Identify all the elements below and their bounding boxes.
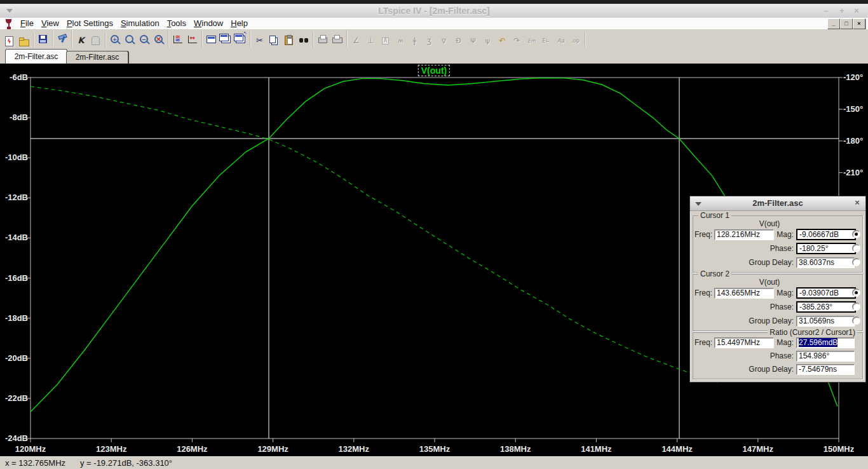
title-bar[interactable]: LTspice IV - [2m-Filter.asc] – + ×	[0, 4, 868, 18]
tab-1-2m-Filter-asc[interactable]: 2m-Filter.asc	[66, 51, 128, 64]
mirror-button[interactable]	[524, 34, 539, 48]
ratio-mag-field[interactable]: 27.596mdB	[796, 337, 855, 348]
cursor2-group-delay-radio[interactable]	[852, 316, 860, 325]
place-text-button[interactable]	[553, 34, 568, 48]
group-delay-label: Group Delay:	[731, 364, 794, 375]
cursor-dialog[interactable]: 2m-Filter.asc × Cursor 1 V(out) Freq: 12…	[689, 196, 866, 383]
label-net-button[interactable]	[378, 34, 393, 48]
print-preview-icon	[318, 37, 327, 43]
cursor1-mag-field[interactable]: -9.06667dB	[796, 229, 856, 240]
rotate-button[interactable]	[539, 34, 553, 48]
autorange-y-axis-button[interactable]	[170, 32, 185, 47]
control-panel-icon	[57, 33, 67, 43]
print-preview-button[interactable]	[315, 31, 330, 46]
x-tick-120MHz: 120MHz	[5, 444, 56, 454]
cursor1-group-delay-field[interactable]: 38.6037ns	[796, 257, 855, 268]
x-tick-132MHz: 132MHz	[329, 444, 379, 454]
zoom-full-extents-button[interactable]	[151, 32, 166, 46]
tile-windows-icon	[207, 36, 216, 43]
menu-tools[interactable]: Tools	[167, 18, 186, 29]
print-icon	[332, 37, 342, 43]
zoom-full-extents-icon	[154, 35, 163, 43]
find-button[interactable]	[296, 33, 311, 48]
save-icon	[39, 35, 47, 43]
y-left-tick--8dB: -8dB	[0, 112, 28, 122]
place-capacitor-button[interactable]	[407, 34, 422, 48]
cursor-dialog-title-bar[interactable]: 2m-Filter.asc ×	[690, 196, 865, 211]
cursor1-group-title: Cursor 1	[698, 211, 731, 220]
cut-button[interactable]	[252, 33, 267, 48]
cursor1-phase-radio[interactable]	[852, 244, 860, 252]
minimize-button[interactable]: –	[820, 5, 832, 17]
label-net-icon	[382, 37, 389, 44]
halt-simulation-button[interactable]	[88, 33, 103, 48]
phase-label: Phase:	[731, 301, 794, 313]
place-resistor-icon	[398, 37, 402, 44]
print-button[interactable]	[330, 31, 344, 46]
menu-window[interactable]: Window	[194, 18, 223, 29]
cursor-dialog-close-icon[interactable]: ×	[853, 198, 862, 207]
spice-directive-button[interactable]	[568, 34, 583, 48]
ratio-phase-field[interactable]: 154.986°	[796, 351, 855, 362]
find-icon	[299, 38, 308, 43]
place-inductor-button[interactable]	[422, 34, 437, 48]
place-ground-button[interactable]	[363, 34, 378, 48]
cursor1-mag-radio[interactable]	[852, 230, 860, 238]
menu-simulation[interactable]: Simulation	[121, 18, 159, 29]
place-inductor-icon	[427, 36, 431, 45]
zoom-in-button[interactable]	[107, 32, 122, 46]
mdi-minimize-button[interactable]: _	[827, 18, 840, 29]
x-tick-150MHz: 150MHz	[813, 444, 864, 454]
paste-icon	[285, 36, 293, 45]
menu-plot-settings[interactable]: Plot Settings	[67, 18, 113, 29]
zoom-out-button[interactable]	[137, 32, 151, 46]
redo-button[interactable]	[510, 34, 524, 48]
trace	[31, 86, 717, 383]
cursor2-group-delay-field[interactable]: 31.0569ns	[796, 316, 855, 327]
ratio-group-delay-field[interactable]: -7.54679ns	[796, 364, 855, 375]
cursor1-group-delay-radio[interactable]	[852, 258, 860, 266]
cascade-windows-icon	[219, 34, 229, 41]
cursor1-phase-field[interactable]: -180.25°	[796, 243, 856, 254]
place-component-button[interactable]	[451, 34, 466, 48]
cursor2-trace-name: V(out)	[693, 278, 846, 287]
tile-windows-button[interactable]	[204, 32, 219, 47]
draw-wire-icon	[353, 36, 360, 45]
mdi-close-button[interactable]: ×	[853, 18, 865, 29]
cursor2-phase-radio[interactable]	[852, 302, 860, 311]
group-delay-label: Group Delay:	[731, 315, 794, 327]
place-diode-button[interactable]	[437, 34, 451, 48]
mdi-restore-button[interactable]: □	[840, 18, 853, 29]
close-button[interactable]: ×	[850, 5, 863, 17]
move-button[interactable]	[466, 34, 480, 48]
paste-button[interactable]	[281, 33, 296, 48]
cursor2-group: Cursor 2 V(out) Freq: 143.665MHz Mag: -9…	[693, 274, 863, 331]
undo-button[interactable]	[495, 34, 510, 48]
cursor2-phase-field[interactable]: -385.263°	[796, 301, 856, 313]
cursor2-mag-radio[interactable]	[852, 289, 860, 297]
trace-label[interactable]: V(out)	[418, 65, 450, 76]
manual-axis-limits-button[interactable]	[185, 32, 200, 47]
zoom-area-button[interactable]	[122, 32, 137, 46]
arrange-icons-button[interactable]	[233, 32, 248, 47]
x-tick-123MHz: 123MHz	[86, 444, 137, 454]
menu-file[interactable]: File	[20, 18, 34, 29]
cascade-windows-button[interactable]	[219, 32, 233, 47]
drag-button[interactable]	[480, 34, 495, 48]
y-left-tick--16dB: -16dB	[0, 273, 28, 283]
mag-label: Mag:	[731, 229, 794, 240]
cursor2-mag-field[interactable]: -9.03907dB	[796, 287, 856, 299]
menu-view[interactable]: View	[41, 18, 59, 29]
x-tick-126MHz: 126MHz	[166, 444, 217, 454]
run-simulation-button[interactable]	[74, 33, 88, 48]
tab-0-2m-Filter-asc[interactable]: 2m-Filter.asc	[5, 49, 67, 64]
control-panel-button[interactable]	[55, 31, 69, 46]
menu-help[interactable]: Help	[231, 18, 248, 29]
copy-button[interactable]	[267, 33, 281, 48]
place-resistor-button[interactable]	[393, 34, 407, 48]
x-tick-138MHz: 138MHz	[490, 444, 541, 454]
save-button[interactable]	[36, 32, 50, 46]
rotate-icon	[543, 38, 550, 44]
draw-wire-button[interactable]	[349, 34, 363, 48]
maximize-button[interactable]: +	[836, 5, 848, 17]
